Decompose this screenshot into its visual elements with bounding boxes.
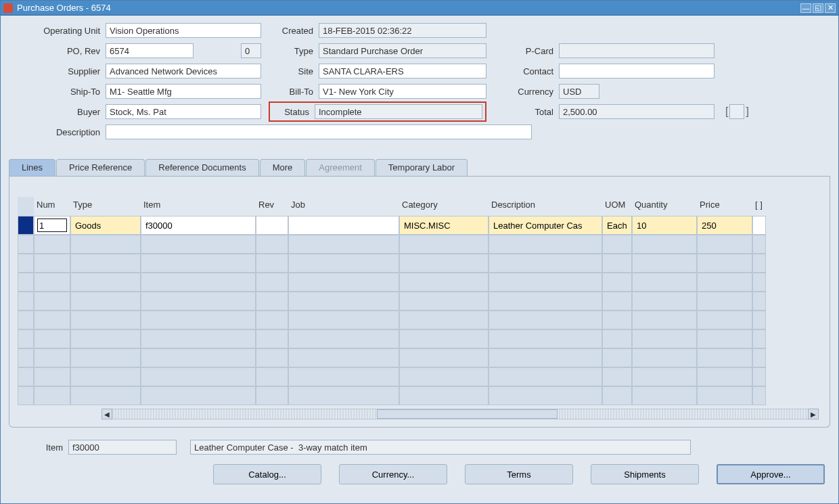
tab-agreement: Agreement: [306, 159, 375, 176]
tab-body-lines: Num Type Item Rev Job Category Descripti…: [9, 177, 830, 428]
footer-item-desc-field: [190, 440, 691, 455]
bill-to-label: Bill-To: [271, 87, 319, 97]
bracket-left: [: [725, 106, 728, 118]
header-form: Operating Unit Created PO, Rev Type P-Ca: [1, 16, 838, 147]
contact-label: Contact: [495, 66, 559, 76]
footer-item-label: Item: [28, 442, 68, 453]
col-quantity: Quantity: [632, 197, 697, 216]
tab-lines[interactable]: Lines: [9, 159, 55, 176]
table-row[interactable]: [18, 348, 821, 367]
minimize-icon[interactable]: —: [800, 3, 811, 13]
catalog-button[interactable]: Catalog...: [213, 464, 321, 484]
close-icon[interactable]: ✕: [825, 3, 836, 13]
table-row[interactable]: [18, 367, 821, 386]
cell-job[interactable]: [288, 216, 399, 235]
terms-button[interactable]: Terms: [465, 464, 573, 484]
cell-item[interactable]: [141, 216, 256, 235]
grid-header: Num Type Item Rev Job Category Descripti…: [18, 197, 821, 216]
tab-more[interactable]: More: [260, 159, 306, 176]
approve-button[interactable]: Approve...: [717, 464, 825, 484]
table-row[interactable]: [18, 386, 821, 405]
scroll-track[interactable]: [112, 409, 808, 419]
scroll-thumb[interactable]: [377, 409, 558, 419]
tab-reference-documents[interactable]: Reference Documents: [145, 159, 258, 176]
table-row[interactable]: [18, 329, 821, 348]
col-job: Job: [288, 197, 399, 216]
col-price: Price: [697, 197, 752, 216]
app-icon: [3, 3, 13, 13]
col-description: Description: [489, 197, 602, 216]
scroll-right-icon[interactable]: ▶: [808, 409, 819, 419]
cell-num[interactable]: [34, 216, 70, 235]
cell-category[interactable]: [399, 216, 489, 235]
shipments-button[interactable]: Shipments: [591, 464, 699, 484]
lines-grid: Num Type Item Rev Job Category Descripti…: [18, 197, 821, 405]
buyer-field[interactable]: [106, 104, 261, 119]
col-rev: Rev: [256, 197, 288, 216]
col-category: Category: [399, 197, 489, 216]
footer-item-field: [68, 440, 177, 455]
status-highlight: Status: [269, 101, 486, 122]
cell-uom[interactable]: [602, 216, 632, 235]
total-label: Total: [495, 107, 559, 117]
po-number-field[interactable]: [106, 43, 194, 58]
description-field[interactable]: [106, 124, 532, 139]
currency-field: [559, 84, 599, 99]
titlebar: Purchase Orders - 6574 — ◱ ✕: [1, 1, 838, 16]
cell-price[interactable]: [697, 216, 752, 235]
operating-unit-field[interactable]: [106, 23, 261, 38]
site-field[interactable]: [319, 64, 486, 78]
tab-price-reference[interactable]: Price Reference: [56, 159, 145, 176]
buyer-label: Buyer: [14, 107, 106, 117]
status-label: Status: [273, 107, 315, 117]
tab-temporary-labor[interactable]: Temporary Labor: [376, 159, 468, 176]
pcard-label: P-Card: [495, 46, 559, 56]
col-selector: [18, 197, 34, 216]
cell-description[interactable]: [489, 216, 602, 235]
col-num: Num: [34, 197, 70, 216]
table-row[interactable]: [18, 292, 821, 311]
created-field: [319, 23, 486, 38]
po-window: Purchase Orders - 6574 — ◱ ✕ Operating U…: [0, 0, 839, 504]
bill-to-field[interactable]: [319, 84, 486, 99]
cell-type[interactable]: [70, 216, 141, 235]
table-row[interactable]: [18, 273, 821, 292]
operating-unit-label: Operating Unit: [14, 26, 106, 36]
flex-field[interactable]: [729, 104, 744, 119]
table-row[interactable]: [18, 235, 821, 254]
horizontal-scrollbar[interactable]: ◀ ▶: [101, 408, 819, 420]
cell-flex[interactable]: [752, 216, 766, 235]
tabs-container: Lines Price Reference Reference Document…: [9, 159, 830, 428]
footer-item-row: Item: [28, 440, 838, 455]
bracket-right: ]: [746, 106, 748, 118]
button-bar: Catalog... Currency... Terms Shipments A…: [1, 464, 838, 492]
scroll-left-icon[interactable]: ◀: [101, 409, 112, 419]
revision-field: [241, 43, 261, 58]
type-field: [319, 43, 486, 58]
col-item: Item: [141, 197, 256, 216]
table-row[interactable]: [18, 311, 821, 329]
table-row[interactable]: [18, 216, 821, 235]
ship-to-label: Ship-To: [14, 87, 106, 97]
cell-quantity[interactable]: [632, 216, 697, 235]
supplier-label: Supplier: [14, 66, 106, 76]
col-uom: UOM: [602, 197, 632, 216]
restore-icon[interactable]: ◱: [813, 3, 823, 13]
tabs: Lines Price Reference Reference Document…: [9, 159, 830, 177]
cell-rev[interactable]: [256, 216, 288, 235]
contact-field[interactable]: [559, 64, 715, 78]
description-label: Description: [14, 127, 106, 137]
pcard-field[interactable]: [559, 43, 715, 58]
table-row[interactable]: [18, 254, 821, 273]
total-field: [559, 104, 715, 119]
row-selector[interactable]: [18, 216, 34, 235]
supplier-field[interactable]: [106, 64, 261, 78]
po-rev-label: PO, Rev: [14, 46, 106, 56]
col-flex: [ ]: [752, 197, 766, 216]
window-title: Purchase Orders - 6574: [17, 3, 799, 13]
ship-to-field[interactable]: [106, 84, 261, 99]
created-label: Created: [271, 26, 319, 36]
currency-button[interactable]: Currency...: [339, 464, 447, 484]
site-label: Site: [271, 66, 319, 76]
status-field: [315, 104, 482, 119]
